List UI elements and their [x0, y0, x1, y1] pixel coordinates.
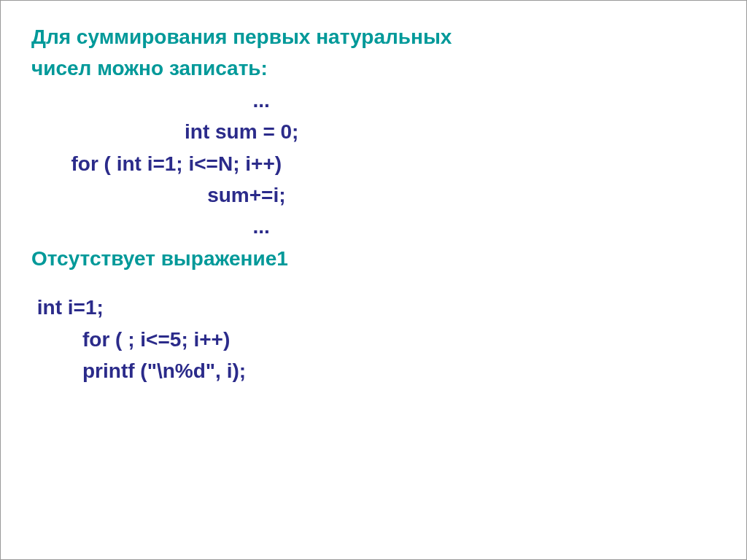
code1-line-2: int sum = 0;: [31, 116, 716, 147]
code1-line-3: for ( int i=1; i<=N; i++): [31, 148, 716, 179]
code2-line-2: for ( ; i<=5; i++): [31, 324, 716, 355]
code2-line-3: printf ("\n%d", i);: [31, 355, 716, 386]
spacer: [31, 274, 716, 292]
code1-line-1: ...: [31, 85, 716, 116]
heading-line-2: чисел можно записать:: [31, 52, 716, 84]
subheading: Отсутствует выражение1: [31, 243, 716, 274]
slide-container: Для суммирования первых натуральных чисе…: [0, 0, 747, 560]
code1-line-4: sum+=i;: [31, 179, 716, 211]
code1-line-5: ...: [31, 211, 716, 242]
heading-line-1: Для суммирования первых натуральных: [31, 21, 716, 52]
code2-line-1: int i=1;: [31, 292, 716, 323]
